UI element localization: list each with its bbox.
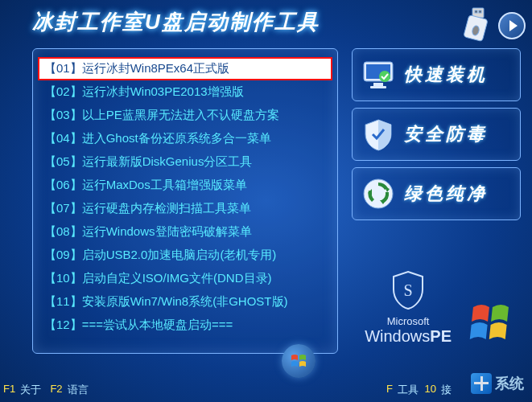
svg-rect-8 [370,86,386,88]
f1-key: F1 [3,383,15,397]
svg-text:S: S [404,281,413,299]
play-button[interactable] [498,12,526,39]
menu-item-04[interactable]: 【04】进入Ghost备份还原系统多合一菜单 [38,127,332,150]
recycle-icon [361,176,396,211]
svg-point-9 [379,71,390,82]
windows-flag-icon [469,299,521,346]
side-panel: 快速装机 安全防毒 绿色纯净 [352,48,521,220]
f10-key: 10 [425,383,436,397]
menu-item-05[interactable]: 【05】运行最新版DiskGenius分区工具 [38,150,332,174]
f9-key: F [386,383,393,397]
menu-item-06[interactable]: 【06】运行MaxDos工具箱增强版菜单 [38,174,332,197]
f10-label: 接 [441,383,452,397]
app-title: 冰封工作室U盘启动制作工具 [32,8,320,36]
side-card-security[interactable]: 安全防毒 [352,108,521,161]
boot-menu: 【01】运行冰封Win8PEx64正式版 【02】运行冰封Win03PE2013… [32,48,338,354]
f9-label: 工具 [398,383,419,397]
menu-item-01[interactable]: 【01】运行冰封Win8PEx64正式版 [38,57,332,80]
windowspe-logo: S Microsoft WindowsPE [365,270,452,346]
watermark: 系统 [471,373,524,394]
shield-icon [361,117,396,152]
menu-item-10[interactable]: 【10】启动自定义ISO/IMG文件(DND目录) [38,267,332,290]
side-card-install[interactable]: 快速装机 [352,48,521,101]
svg-rect-7 [373,83,383,86]
menu-item-07[interactable]: 【07】运行硬盘内存检测扫描工具菜单 [38,197,332,220]
side-label-security: 安全防毒 [404,122,488,146]
side-label-install: 快速装机 [404,63,488,87]
svg-rect-1 [475,10,477,13]
menu-item-09[interactable]: 【09】启动USB2.0加速电脑启动(老机专用) [38,244,332,267]
menu-item-03[interactable]: 【03】以上PE蓝黑屏无法进入不认硬盘方案 [38,104,332,127]
side-label-green: 绿色纯净 [404,182,488,206]
svg-rect-2 [479,10,481,13]
winpe-line2: WindowsPE [365,327,452,346]
menu-item-02[interactable]: 【02】运行冰封Win03PE2013增强版 [38,80,332,104]
side-card-green[interactable]: 绿色纯净 [352,167,521,220]
footer-bar: F1 关于 F2 语言 F 工具 10 接 [0,381,532,399]
watermark-text: 系统 [495,374,524,393]
usb-icon [452,6,492,47]
winpe-line1: Microsoft [365,315,452,327]
f1-label: 关于 [20,383,41,397]
f2-key: F2 [50,383,62,397]
menu-item-12[interactable]: 【12】===尝试从本地硬盘启动=== [38,314,332,337]
windows-orb-icon [282,344,315,378]
watermark-icon [471,373,492,394]
monitor-icon [361,57,396,92]
pe-shield-icon: S [390,270,426,310]
f2-label: 语言 [68,383,89,397]
menu-item-08[interactable]: 【08】运行Windows登陆密码破解菜单 [38,220,332,244]
menu-item-11[interactable]: 【11】安装原版Win7/Win8系统(非GHOST版) [38,290,332,314]
